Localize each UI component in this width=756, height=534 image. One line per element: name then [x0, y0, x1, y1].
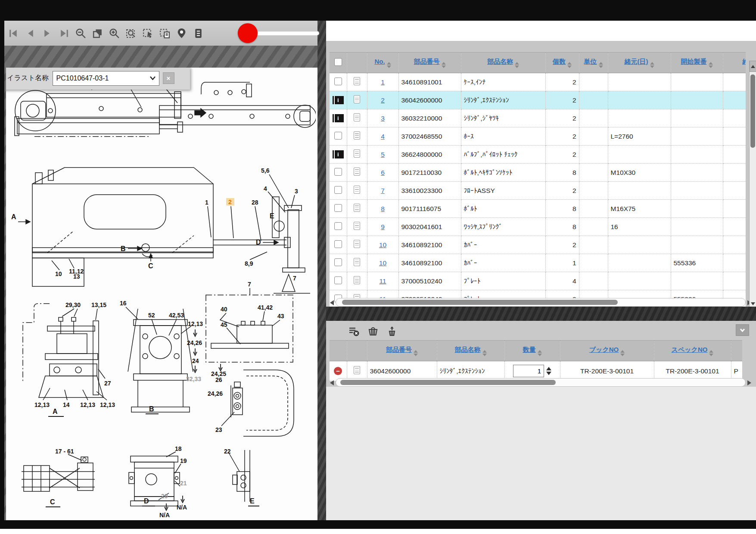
- last-page-button[interactable]: [57, 27, 70, 40]
- fit-window-icon[interactable]: [91, 27, 104, 40]
- document-icon[interactable]: [354, 95, 360, 103]
- sort-icon[interactable]: [567, 62, 572, 68]
- row-number-link[interactable]: 1: [381, 78, 385, 86]
- select-pointer-icon[interactable]: [141, 27, 154, 40]
- copy-region-icon[interactable]: [158, 27, 171, 40]
- hscroll-thumb[interactable]: [342, 300, 618, 305]
- tables-splitter[interactable]: [326, 307, 756, 321]
- table-row[interactable]: 10 34610892100 ｶﾊﾞｰ 1 555336: [330, 254, 746, 272]
- document-icon[interactable]: [354, 131, 360, 140]
- column-header-part-number[interactable]: 部品番号: [386, 346, 412, 353]
- vscroll-thumb[interactable]: [750, 75, 755, 148]
- column-header-qty[interactable]: 個数: [553, 58, 566, 65]
- column-header-part-number[interactable]: 部品番号: [414, 58, 440, 65]
- clear-list-icon[interactable]: [348, 325, 361, 338]
- document-icon[interactable]: [354, 276, 360, 284]
- document-icon[interactable]: [354, 240, 360, 248]
- row-checkbox[interactable]: [334, 186, 342, 194]
- sort-icon[interactable]: [442, 62, 446, 68]
- sort-icon[interactable]: [538, 350, 542, 356]
- document-icon[interactable]: [354, 258, 360, 266]
- sort-icon[interactable]: [515, 62, 519, 68]
- table-row[interactable]: i 5 36624800000 ﾊﾞﾙﾌﾞ,ﾊﾟｲﾛｯﾄ ﾁｪｯｸ 2: [330, 146, 746, 164]
- panel-splitter[interactable]: [317, 21, 326, 520]
- row-checkbox[interactable]: [334, 78, 342, 85]
- document-icon[interactable]: [354, 222, 360, 230]
- row-number-link[interactable]: 9: [381, 223, 385, 230]
- scroll-left-arrow[interactable]: [330, 300, 334, 305]
- table-row[interactable]: 7 33610023300 ﾌﾛｰﾄASSY 2: [330, 182, 746, 200]
- selection-table-hscrollbar[interactable]: [336, 378, 746, 387]
- column-header-part-name[interactable]: 部品名称: [455, 346, 481, 353]
- collapse-panel-button[interactable]: [736, 324, 749, 336]
- sort-icon[interactable]: [414, 350, 418, 356]
- scroll-right-arrow[interactable]: [747, 380, 751, 385]
- zoom-in-icon[interactable]: [108, 27, 121, 40]
- location-pin-icon[interactable]: [175, 27, 188, 40]
- table-row[interactable]: 10 34610892100 ｶﾊﾞｰ 2 55: [330, 236, 746, 254]
- table-row[interactable]: 9 90302041601 ﾜｯｼﾔ,ｽﾌﾟﾘﾝｸﾞ 8 16: [330, 218, 746, 236]
- row-checkbox[interactable]: [334, 204, 342, 212]
- select-all-checkbox[interactable]: [334, 58, 342, 66]
- info-icon[interactable]: i: [333, 114, 344, 122]
- sort-icon[interactable]: [599, 62, 603, 68]
- quantity-input[interactable]: [513, 365, 544, 377]
- column-header-quantity[interactable]: 数量: [523, 346, 536, 353]
- notes-list-icon[interactable]: [192, 27, 205, 40]
- sort-icon[interactable]: [709, 350, 713, 356]
- row-number-link[interactable]: 4: [381, 133, 385, 140]
- sort-icon[interactable]: [709, 62, 713, 68]
- next-page-button[interactable]: [40, 27, 53, 40]
- table-row[interactable]: 4 37002468550 ﾎｰｽ 2 L=2760: [330, 127, 746, 146]
- scroll-up-button[interactable]: [750, 61, 756, 72]
- info-icon[interactable]: i: [333, 150, 344, 158]
- parts-table-hscrollbar[interactable]: [336, 298, 746, 307]
- remove-item-icon[interactable]: −: [334, 367, 342, 375]
- parts-table-vscrollbar[interactable]: [749, 61, 756, 307]
- quantity-stepper[interactable]: [546, 367, 551, 375]
- close-illustration-button[interactable]: ×: [163, 72, 174, 84]
- marquee-zoom-icon[interactable]: [124, 27, 137, 40]
- column-header-unit[interactable]: 単位: [584, 58, 597, 65]
- column-header-no[interactable]: No.: [374, 58, 385, 65]
- row-number-link[interactable]: 7: [381, 187, 385, 194]
- row-checkbox[interactable]: [334, 276, 342, 284]
- row-number-link[interactable]: 10: [379, 241, 386, 248]
- sort-icon[interactable]: [387, 62, 391, 68]
- row-number-link[interactable]: 3: [381, 115, 385, 122]
- row-checkbox[interactable]: [334, 168, 342, 176]
- row-number-link[interactable]: 2: [381, 96, 385, 104]
- row-checkbox[interactable]: [334, 240, 342, 248]
- column-header-spec-no[interactable]: スペックNO: [672, 346, 708, 353]
- zoom-slider-knob[interactable]: [238, 23, 258, 43]
- document-icon[interactable]: [354, 113, 360, 121]
- row-number-link[interactable]: 6: [381, 169, 385, 176]
- column-header-book-no[interactable]: ブックNO: [589, 346, 619, 353]
- row-number-link[interactable]: 10: [379, 259, 386, 267]
- table-row[interactable]: 11 37000510240 ﾌﾟﾚｰﾄ 4 55: [330, 272, 746, 290]
- illustration-name-select[interactable]: PC1010647-03-1: [53, 71, 159, 86]
- document-icon[interactable]: [354, 77, 360, 85]
- first-page-button[interactable]: [7, 27, 20, 40]
- table-row[interactable]: 6 90172110030 ﾎﾞﾙﾄ,ﾍｷｻｺﾞﾝｿｹｯﾄ 8 M10X30: [330, 164, 746, 182]
- sort-icon[interactable]: [620, 350, 625, 356]
- document-icon[interactable]: [354, 366, 360, 374]
- document-icon[interactable]: [354, 149, 360, 158]
- table-row[interactable]: i 3 36032210000 ｼﾘﾝﾀﾞ,ｼﾞﾔﾂｷ 2: [330, 109, 746, 127]
- document-icon[interactable]: [354, 186, 360, 194]
- sort-icon[interactable]: [650, 62, 654, 68]
- table-row-selected[interactable]: i 2 36042600000 ｼﾘﾝﾀﾞ,ｴｸｽﾃﾝｼｮﾝ 2: [330, 91, 746, 109]
- basket-upload-icon[interactable]: [386, 325, 398, 338]
- row-checkbox[interactable]: [334, 222, 342, 230]
- column-header-part-name[interactable]: 部品名称: [487, 58, 513, 65]
- column-header-spec[interactable]: 緒元(日): [625, 58, 648, 65]
- column-header-start-serial[interactable]: 開始製番: [681, 58, 707, 65]
- hscroll-thumb[interactable]: [340, 380, 556, 385]
- previous-page-button[interactable]: [24, 27, 37, 40]
- table-row[interactable]: 8 90171116075 ﾎﾞﾙﾄ 8 M16X75: [330, 200, 746, 218]
- illustration-page[interactable]: FRONT 11,12 13 10 A 5,6 4 3 1 2 28 E D B…: [6, 68, 317, 520]
- scroll-left-arrow[interactable]: [330, 380, 334, 385]
- row-number-link[interactable]: 5: [381, 151, 385, 158]
- basket-icon[interactable]: [367, 325, 380, 338]
- info-icon[interactable]: i: [333, 96, 344, 104]
